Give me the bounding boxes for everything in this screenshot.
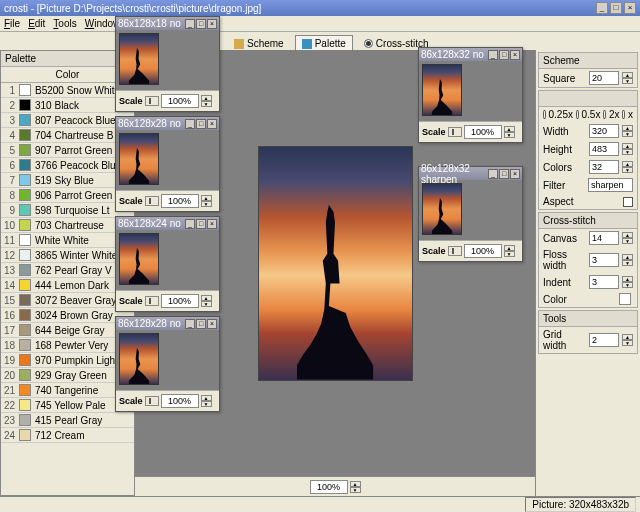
main-image[interactable] bbox=[258, 146, 413, 381]
thumbnail[interactable] bbox=[119, 233, 159, 285]
scale-spin[interactable]: ▲▼ bbox=[504, 126, 515, 138]
thumbnail[interactable] bbox=[119, 333, 159, 385]
close-button[interactable]: × bbox=[624, 2, 636, 14]
preview-body bbox=[419, 180, 522, 240]
colors-input[interactable] bbox=[589, 160, 619, 174]
color-swatch bbox=[19, 324, 31, 336]
preview-titlebar[interactable]: 86x128x32 sharpen_□× bbox=[419, 167, 522, 180]
aspect-check[interactable] bbox=[623, 197, 633, 207]
canvas-input[interactable] bbox=[589, 231, 619, 245]
scale-input[interactable] bbox=[161, 394, 199, 408]
thumbnail[interactable] bbox=[119, 133, 159, 185]
zoom-input[interactable] bbox=[310, 480, 348, 494]
indent-label: Indent bbox=[543, 277, 586, 288]
floss-input[interactable] bbox=[589, 253, 619, 267]
thumbnail[interactable] bbox=[422, 64, 462, 116]
color-swatch bbox=[19, 234, 31, 246]
scale-input[interactable] bbox=[161, 94, 199, 108]
scale-input[interactable] bbox=[161, 294, 199, 308]
scale-spin[interactable]: ▲▼ bbox=[504, 245, 515, 257]
maximize-button[interactable]: □ bbox=[610, 2, 622, 14]
zoom-spinner[interactable]: ▲▼ bbox=[350, 481, 361, 493]
height-input[interactable] bbox=[589, 142, 619, 156]
preview-scale: Scale▲▼ bbox=[419, 240, 522, 261]
indent-input[interactable] bbox=[589, 275, 619, 289]
colors-label: Colors bbox=[543, 162, 586, 173]
scale-spin[interactable]: ▲▼ bbox=[201, 195, 212, 207]
min-icon[interactable]: _ bbox=[185, 119, 195, 129]
max-icon[interactable]: □ bbox=[196, 19, 206, 29]
scale-slider[interactable] bbox=[448, 246, 462, 256]
max-icon[interactable]: □ bbox=[499, 169, 509, 179]
max-icon[interactable]: □ bbox=[499, 50, 509, 60]
scale-input[interactable] bbox=[464, 244, 502, 258]
right-panel: Scheme Square▲▼ 0.25x0.5x2xx Width▲▼ Hei… bbox=[535, 50, 640, 496]
preview-titlebar[interactable]: 86x128x28 no_□× bbox=[116, 117, 219, 130]
menu-file[interactable]: File bbox=[4, 18, 20, 29]
preview-window[interactable]: 86x128x18 no_□×Scale▲▼ bbox=[115, 16, 220, 112]
preview-window[interactable]: 86x128x32 no_□×Scale▲▼ bbox=[418, 47, 523, 143]
preview-scale: Scale▲▼ bbox=[116, 90, 219, 111]
height-label: Height bbox=[543, 144, 586, 155]
preview-window[interactable]: 86x128x32 sharpen_□×Scale▲▼ bbox=[418, 166, 523, 262]
square-input[interactable] bbox=[589, 71, 619, 85]
min-icon[interactable]: _ bbox=[488, 50, 498, 60]
scale-input[interactable] bbox=[161, 194, 199, 208]
scale-spin[interactable]: ▲▼ bbox=[201, 95, 212, 107]
preview-titlebar[interactable]: 86x128x32 no_□× bbox=[419, 48, 522, 61]
thumbnail[interactable] bbox=[119, 33, 159, 85]
color-swatch[interactable] bbox=[619, 293, 631, 305]
z2[interactable] bbox=[603, 110, 606, 119]
scale-slider[interactable] bbox=[145, 396, 159, 406]
scale-slider[interactable] bbox=[145, 296, 159, 306]
grid-input[interactable] bbox=[589, 333, 619, 347]
preview-window[interactable]: 86x128x28 no_□×Scale▲▼ bbox=[115, 316, 220, 412]
color-swatch bbox=[19, 264, 31, 276]
close-icon[interactable]: × bbox=[207, 219, 217, 229]
min-icon[interactable]: _ bbox=[185, 319, 195, 329]
close-icon[interactable]: × bbox=[510, 169, 520, 179]
palette-row[interactable]: 24712 Cream bbox=[1, 428, 134, 443]
close-icon[interactable]: × bbox=[207, 319, 217, 329]
min-icon[interactable]: _ bbox=[488, 169, 498, 179]
filter-label: Filter bbox=[543, 180, 585, 191]
color-swatch bbox=[19, 204, 31, 216]
preview-titlebar[interactable]: 86x128x18 no_□× bbox=[116, 17, 219, 30]
scale-slider[interactable] bbox=[145, 196, 159, 206]
palette-row[interactable]: 23415 Pearl Gray bbox=[1, 413, 134, 428]
z025[interactable] bbox=[543, 110, 546, 119]
preview-titlebar[interactable]: 86x128x24 no_□× bbox=[116, 217, 219, 230]
scale-slider[interactable] bbox=[145, 96, 159, 106]
window-controls: _ □ × bbox=[596, 2, 636, 14]
square-spin[interactable]: ▲▼ bbox=[622, 72, 633, 84]
scale-spin[interactable]: ▲▼ bbox=[201, 295, 212, 307]
scale-slider[interactable] bbox=[448, 127, 462, 137]
menu-tools[interactable]: Tools bbox=[53, 18, 76, 29]
tools-title: Tools bbox=[539, 311, 637, 327]
preview-title: 86x128x18 no bbox=[118, 18, 181, 29]
max-icon[interactable]: □ bbox=[196, 219, 206, 229]
preview-window[interactable]: 86x128x28 no_□×Scale▲▼ bbox=[115, 116, 220, 212]
grid-label: Grid width bbox=[543, 329, 586, 351]
preview-scale: Scale▲▼ bbox=[419, 121, 522, 142]
thumbnail[interactable] bbox=[422, 183, 462, 235]
max-icon[interactable]: □ bbox=[196, 119, 206, 129]
z05[interactable] bbox=[576, 110, 579, 119]
scale-spin[interactable]: ▲▼ bbox=[201, 395, 212, 407]
min-icon[interactable]: _ bbox=[185, 219, 195, 229]
color-swatch bbox=[19, 414, 31, 426]
close-icon[interactable]: × bbox=[207, 19, 217, 29]
close-icon[interactable]: × bbox=[510, 50, 520, 60]
scale-input[interactable] bbox=[464, 125, 502, 139]
menu-edit[interactable]: Edit bbox=[28, 18, 45, 29]
close-icon[interactable]: × bbox=[207, 119, 217, 129]
max-icon[interactable]: □ bbox=[196, 319, 206, 329]
preview-window[interactable]: 86x128x24 no_□×Scale▲▼ bbox=[115, 216, 220, 312]
width-input[interactable] bbox=[589, 124, 619, 138]
preview-titlebar[interactable]: 86x128x28 no_□× bbox=[116, 317, 219, 330]
min-icon[interactable]: _ bbox=[185, 19, 195, 29]
minimize-button[interactable]: _ bbox=[596, 2, 608, 14]
filter-select[interactable] bbox=[588, 178, 633, 192]
main-area: Palette Color 1B5200 Snow White2310 Blac… bbox=[0, 50, 640, 496]
zx[interactable] bbox=[622, 110, 625, 119]
